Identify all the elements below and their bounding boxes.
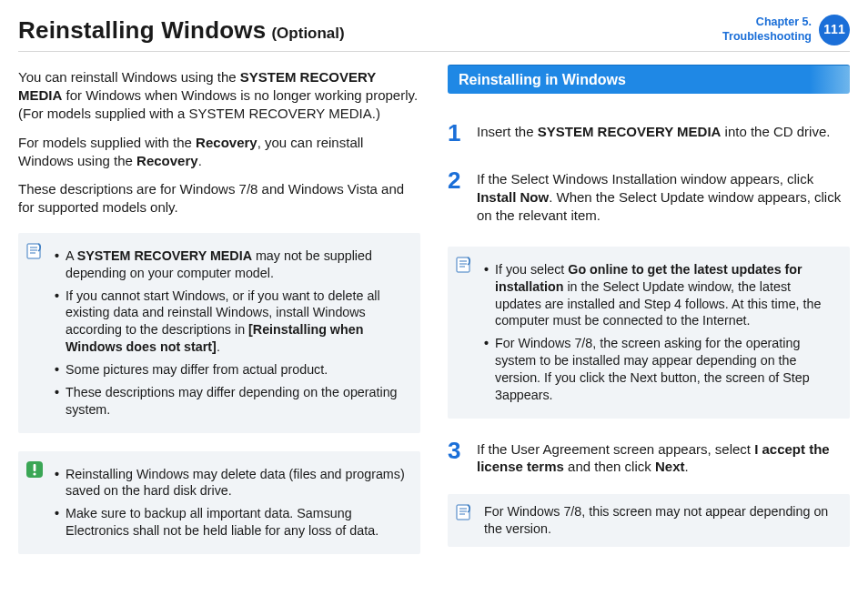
text-bold: SYSTEM RECOVERY MEDIA [538,124,722,139]
step-3: 3 If the User Agreement screen appears, … [448,439,850,477]
intro-paragraph-2: For models supplied with the Recovery, y… [18,134,420,170]
text: for Windows when Windows is no longer wo… [18,87,418,121]
text: A [66,248,77,263]
step-body: If the Select Windows Installation windo… [477,168,850,224]
text: into the CD drive. [721,124,830,139]
chapter-line-2: Troubleshooting [722,30,812,45]
text: and then click [564,459,655,474]
text-bold: SYSTEM RECOVERY MEDIA [77,248,252,263]
left-column: You can reinstall Windows using the SYST… [18,65,420,563]
section-heading: Reinstalling in Windows [448,65,850,94]
step-1: 1 Insert the SYSTEM RECOVERY MEDIA into … [448,121,850,145]
note-icon [455,503,473,526]
step-number: 2 [448,168,464,224]
step-number: 3 [448,439,464,477]
note-text: For Windows 7/8, this screen may not app… [484,504,828,536]
step-number: 1 [448,121,464,145]
note-item: If you cannot start Windows, or if you w… [55,288,409,356]
warning-icon [25,460,44,483]
note-icon [455,256,473,278]
note-item: These descriptions may differ depending … [55,384,409,419]
svg-rect-5 [457,505,469,520]
page-number-badge: 111 [819,15,850,45]
page-header: Reinstalling Windows (Optional) Chapter … [18,15,850,52]
text: . [684,459,688,474]
page-title-optional: (Optional) [271,24,344,44]
note-item: A SYSTEM RECOVERY MEDIA may not be suppl… [55,247,409,282]
text: You can reinstall Windows using the [18,69,240,85]
warning-callout: Reinstalling Windows may delete data (fi… [18,451,420,554]
note-item: Some pictures may differ from actual pro… [55,361,409,379]
step-2: 2 If the Select Windows Installation win… [448,168,850,224]
note-list: A SYSTEM RECOVERY MEDIA may not be suppl… [55,247,409,419]
step-body: If the User Agreement screen appears, se… [477,439,850,477]
chapter-text: Chapter 5. Troubleshooting [722,15,812,44]
note-list: If you select Go online to get the lates… [484,261,839,404]
svg-rect-0 [27,244,40,258]
text: If the User Agreement screen appears, se… [477,441,754,457]
svg-point-3 [33,472,35,475]
text-bold: Recovery [136,153,198,168]
chapter-line-1: Chapter 5. [722,15,812,30]
warning-item: Reinstalling Windows may delete data (fi… [55,466,409,500]
text: . [217,339,220,354]
warning-list: Reinstalling Windows may delete data (fi… [55,466,409,540]
note-icon [25,242,44,265]
note-item: For Windows 7/8, the screen asking for t… [484,335,839,403]
text: Insert the [477,124,538,139]
svg-rect-4 [457,258,469,272]
svg-rect-2 [34,464,36,471]
text: If you select [495,262,568,277]
note-callout: A SYSTEM RECOVERY MEDIA may not be suppl… [18,233,420,433]
step-body: Insert the SYSTEM RECOVERY MEDIA into th… [477,121,830,145]
intro-paragraph-3: These descriptions are for Windows 7/8 a… [18,180,420,217]
note-callout: For Windows 7/8, this screen may not app… [448,494,850,547]
content-columns: You can reinstall Windows using the SYST… [18,65,850,563]
right-column: Reinstalling in Windows 1 Insert the SYS… [448,65,850,563]
text-bold: Recovery [196,135,257,150]
text: . [198,153,202,168]
chapter-indicator: Chapter 5. Troubleshooting 111 [722,15,850,45]
page-root: Reinstalling Windows (Optional) Chapter … [0,0,868,616]
text-bold: Next [655,459,685,474]
note-callout: If you select Go online to get the lates… [448,247,850,419]
text: If the Select Windows Installation windo… [477,171,813,187]
page-title-group: Reinstalling Windows (Optional) [18,15,345,45]
text: For models supplied with the [18,135,196,150]
warning-item: Make sure to backup all important data. … [55,505,409,540]
note-item: If you select Go online to get the lates… [484,261,839,329]
page-title: Reinstalling Windows [18,15,266,45]
text-bold: Install Now [477,189,549,205]
intro-paragraph-1: You can reinstall Windows using the SYST… [18,68,420,122]
